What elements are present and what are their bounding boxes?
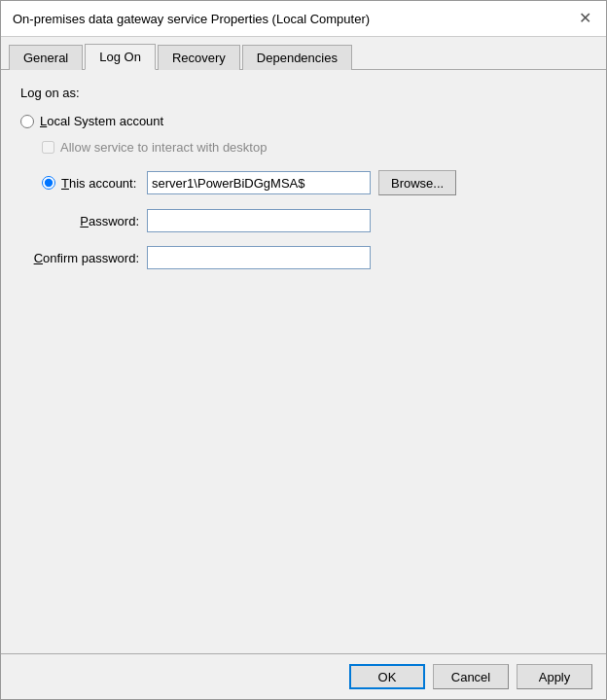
interact-desktop-checkbox[interactable] [42, 141, 54, 154]
account-section: This account: Browse... Password: Confir… [20, 170, 587, 269]
window-title: On-premises data gateway service Propert… [13, 12, 370, 26]
this-account-radio-row: This account: [42, 176, 139, 191]
cancel-button[interactable]: Cancel [433, 664, 509, 689]
this-account-label[interactable]: This account: [61, 176, 136, 191]
content-spacer [20, 269, 587, 638]
this-account-radio-wrapper: This account: [20, 176, 147, 191]
this-account-radio[interactable] [42, 176, 55, 190]
tab-general[interactable]: General [9, 45, 83, 70]
this-account-input[interactable] [147, 171, 371, 194]
tab-logon[interactable]: Log On [85, 44, 156, 70]
logon-section-label: Log on as: [20, 86, 587, 100]
apply-button[interactable]: Apply [517, 664, 592, 689]
ok-button[interactable]: OK [349, 664, 425, 689]
tab-bar: General Log On Recovery Dependencies [1, 37, 606, 70]
logon-radio-group: Local System account Allow service to in… [20, 114, 587, 155]
confirm-password-row: Confirm password: [20, 246, 587, 269]
tab-recovery[interactable]: Recovery [158, 45, 240, 70]
close-button[interactable]: ✕ [575, 9, 594, 28]
tab-dependencies[interactable]: Dependencies [242, 45, 352, 70]
button-bar: OK Cancel Apply [1, 653, 606, 699]
interact-desktop-label: Allow service to interact with desktop [60, 140, 267, 155]
browse-button[interactable]: Browse... [378, 170, 456, 195]
password-input[interactable] [147, 209, 371, 232]
properties-dialog: On-premises data gateway service Propert… [0, 0, 607, 700]
tab-content: Log on as: Local System account Allow se… [1, 70, 606, 653]
password-label: Password: [20, 214, 147, 228]
local-system-row: Local System account [20, 114, 587, 128]
local-system-radio[interactable] [20, 115, 34, 128]
confirm-password-input[interactable] [147, 246, 371, 269]
confirm-password-label: Confirm password: [20, 251, 147, 265]
this-account-row: This account: Browse... [20, 170, 587, 195]
title-bar: On-premises data gateway service Propert… [1, 1, 606, 37]
local-system-label[interactable]: Local System account [40, 114, 163, 128]
interact-desktop-row: Allow service to interact with desktop [42, 140, 587, 155]
password-row: Password: [20, 209, 587, 232]
